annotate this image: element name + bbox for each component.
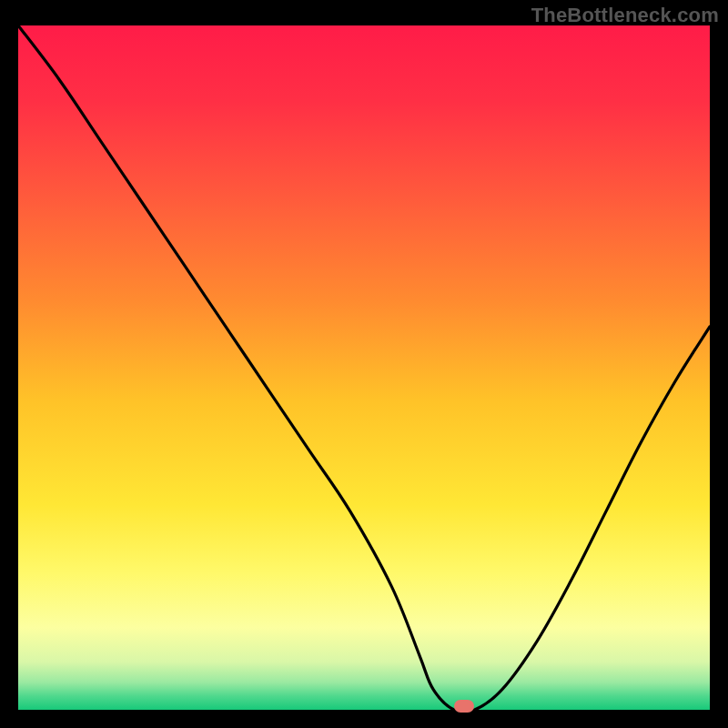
bottleneck-curve xyxy=(18,25,710,710)
plot-area xyxy=(18,25,710,710)
curve-layer xyxy=(18,25,710,710)
optimal-marker xyxy=(454,700,474,713)
chart-stage: TheBottleneck.com xyxy=(0,0,728,728)
watermark-label: TheBottleneck.com xyxy=(531,4,719,27)
